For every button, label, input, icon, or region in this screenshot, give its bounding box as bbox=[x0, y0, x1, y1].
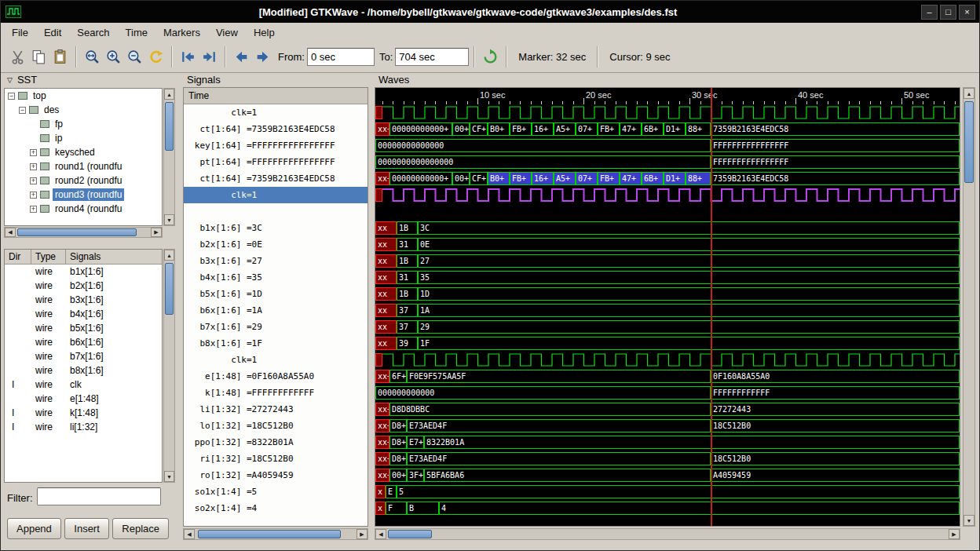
table-row-b1x-1-6[interactable]: wireb1x[1:6] bbox=[5, 265, 162, 279]
trace-label-b6x-1-6[interactable]: b6x[1:6] =1A bbox=[184, 302, 368, 319]
signals-table-vertical-scrollbar[interactable]: ▲ ▼ bbox=[163, 249, 175, 483]
trace-wave-clk[interactable] bbox=[375, 187, 960, 203]
wave-value-segment[interactable]: 7359B2163E4EDC58 bbox=[711, 122, 960, 136]
wave-value-segment[interactable]: A4059459 bbox=[711, 469, 960, 482]
wave-value-segment[interactable]: D1+ bbox=[664, 122, 686, 136]
wave-value-segment[interactable]: FFFFFFFFFFFFFFFF bbox=[711, 139, 960, 152]
trace-wave-pt[interactable]: 0000000000000000FFFFFFFFFFFFFFFF bbox=[375, 154, 960, 170]
trace-label-b4x-1-6[interactable]: b4x[1:6] =35 bbox=[184, 269, 368, 286]
trace-label-b8x-1-6[interactable]: b8x[1:6] =1F bbox=[184, 335, 368, 352]
wave-value-segment[interactable]: xx bbox=[375, 304, 397, 317]
wave-value-segment[interactable]: 27272443 bbox=[711, 403, 960, 416]
sst-tree-item-round1-roundfu[interactable]: +round1 (roundfu bbox=[5, 159, 162, 173]
wave-value-segment[interactable]: xx+ bbox=[375, 172, 389, 185]
wave-value-segment[interactable]: 07+ bbox=[576, 122, 598, 136]
trace-wave-clk[interactable] bbox=[375, 352, 960, 368]
trace-wave-ct[interactable]: xx+00000000000+00+CF+B0+FB+16+A5+07+FB+4… bbox=[375, 170, 960, 187]
trace-label-pt-1-64[interactable]: pt[1:64] =FFFFFFFFFFFFFFFF bbox=[184, 154, 368, 170]
wave-value-segment[interactable]: 6F+ bbox=[389, 370, 407, 383]
wave-value-segment[interactable]: 16+ bbox=[532, 172, 554, 185]
scroll-left-icon[interactable]: ◀ bbox=[5, 228, 16, 237]
wave-value-segment[interactable]: 6B+ bbox=[642, 122, 664, 136]
expand-icon[interactable]: + bbox=[30, 192, 37, 199]
wave-value-segment[interactable]: xx+ bbox=[375, 452, 389, 465]
scroll-down-icon[interactable]: ▼ bbox=[164, 471, 174, 482]
wave-value-segment[interactable]: 18C512B0 bbox=[711, 419, 960, 432]
wave-value-segment[interactable]: D8+ bbox=[389, 436, 407, 449]
copy-icon[interactable] bbox=[28, 46, 49, 68]
wave-value-segment[interactable]: xx+ bbox=[375, 436, 389, 449]
trace-wave-b1x[interactable]: xx1B3C bbox=[375, 220, 960, 236]
trace-wave-clk[interactable] bbox=[375, 104, 960, 121]
trace-label-ct-1-64[interactable]: ct[1:64] =7359B2163E4EDC58 bbox=[184, 121, 368, 137]
scrollbar-thumb[interactable] bbox=[165, 102, 174, 151]
go-first-icon[interactable] bbox=[177, 46, 199, 68]
wave-value-segment[interactable]: 18C512B0 bbox=[711, 452, 960, 465]
wave-value-segment[interactable]: 4 bbox=[439, 502, 960, 515]
wave-value-segment[interactable]: 8322B01A bbox=[424, 436, 960, 449]
wave-value-segment[interactable]: 1F bbox=[418, 337, 960, 350]
wave-value-segment[interactable]: 47+ bbox=[620, 122, 642, 136]
scrollbar-track[interactable] bbox=[164, 100, 174, 214]
expand-icon[interactable]: + bbox=[30, 177, 37, 184]
wave-value-segment[interactable]: xx bbox=[375, 271, 397, 284]
go-last-icon[interactable] bbox=[199, 46, 220, 68]
wave-value-segment[interactable]: 000000000000 bbox=[375, 386, 711, 400]
trace-wave-b2x[interactable]: xx310E bbox=[375, 236, 960, 253]
trace-label-b7x-1-6[interactable]: b7x[1:6] =29 bbox=[184, 319, 368, 335]
trace-label-clk[interactable]: clk=1 bbox=[184, 187, 368, 203]
trace-label-b5x-1-6[interactable]: b5x[1:6] =1D bbox=[184, 286, 368, 302]
zoom-in-icon[interactable] bbox=[103, 46, 124, 68]
scroll-left-icon[interactable]: ◀ bbox=[375, 529, 386, 539]
expand-icon[interactable]: + bbox=[30, 149, 37, 156]
wave-value-segment[interactable]: 3C bbox=[418, 221, 960, 235]
scrollbar-thumb[interactable] bbox=[388, 530, 432, 538]
wave-value-segment[interactable]: 35 bbox=[418, 271, 960, 284]
wave-value-segment[interactable]: 37 bbox=[397, 304, 418, 317]
table-row-b8x-1-6[interactable]: wireb8x[1:6] bbox=[5, 363, 162, 378]
waves-panel[interactable]: 10 sec20 sec30 sec40 sec50 sec xx+000000… bbox=[375, 87, 960, 527]
trace-wave-ppo[interactable]: xx+D8+E7+8322B01A bbox=[375, 434, 960, 451]
expand-icon[interactable]: + bbox=[30, 206, 37, 213]
trace-wave-b6x[interactable]: xx371A bbox=[375, 302, 960, 319]
scroll-up-icon[interactable]: ▲ bbox=[964, 88, 975, 99]
wave-value-segment[interactable]: xx+ bbox=[375, 122, 389, 136]
trace-label-e-1-48[interactable]: e[1:48] =0F160A8A55A0 bbox=[184, 368, 368, 385]
append-button[interactable]: Append bbox=[7, 518, 61, 539]
scroll-left-icon[interactable]: ◀ bbox=[184, 529, 195, 539]
table-row-k-1-48[interactable]: Iwirek[1:48] bbox=[5, 406, 162, 420]
trace-label-b2x-1-6[interactable]: b2x[1:6] =0E bbox=[184, 236, 368, 253]
collapse-icon[interactable]: − bbox=[8, 93, 15, 100]
wave-value-segment[interactable]: FB+ bbox=[598, 122, 620, 136]
scrollbar-track[interactable] bbox=[164, 261, 174, 471]
wave-value-segment[interactable]: E7+ bbox=[407, 436, 424, 449]
wave-value-segment[interactable]: 7359B2163E4EDC58 bbox=[711, 172, 960, 185]
scrollbar-track[interactable] bbox=[386, 529, 949, 539]
wave-value-segment[interactable]: 00+ bbox=[452, 172, 470, 185]
wave-value-segment[interactable]: xx bbox=[375, 287, 397, 301]
wave-value-segment[interactable]: 1B bbox=[397, 221, 418, 235]
wave-value-segment[interactable]: 0F160A8A55A0 bbox=[711, 370, 960, 383]
wave-value-segment[interactable]: 31 bbox=[397, 238, 418, 251]
trace-wave-ct[interactable]: xx+00000000000+00+CF+B0+FB+16+A5+07+FB+4… bbox=[375, 121, 960, 137]
trace-wave-ro[interactable]: xx+00+3F+5BFA6BA6A4059459 bbox=[375, 467, 960, 483]
to-input[interactable] bbox=[395, 48, 469, 66]
wave-value-segment[interactable]: 00000000000+ bbox=[389, 172, 452, 185]
time-column-header[interactable]: Time bbox=[184, 88, 368, 104]
maximize-button[interactable]: □ bbox=[940, 5, 956, 20]
wave-value-segment[interactable]: F bbox=[386, 502, 407, 515]
minimize-button[interactable]: – bbox=[921, 5, 938, 20]
wave-value-segment[interactable]: B bbox=[407, 502, 439, 515]
wave-value-segment[interactable]: 16+ bbox=[532, 122, 554, 136]
wave-value-segment[interactable]: 00+ bbox=[389, 469, 407, 482]
wave-value-segment[interactable]: FB+ bbox=[510, 122, 532, 136]
wave-value-segment[interactable]: 88+ bbox=[686, 172, 711, 185]
cut-icon[interactable] bbox=[7, 46, 28, 68]
trace-wave-b5x[interactable]: xx1B1D bbox=[375, 286, 960, 302]
table-row-clk[interactable]: Iwireclk bbox=[5, 378, 162, 392]
wave-value-segment[interactable]: B0+ bbox=[488, 122, 510, 136]
wave-value-segment[interactable]: xx bbox=[375, 238, 397, 251]
primary-marker-line[interactable] bbox=[711, 88, 712, 526]
sst-tree-item-round2-roundfu[interactable]: +round2 (roundfu bbox=[5, 173, 162, 188]
waves-horizontal-scrollbar[interactable]: ◀ ▶ bbox=[375, 528, 960, 540]
